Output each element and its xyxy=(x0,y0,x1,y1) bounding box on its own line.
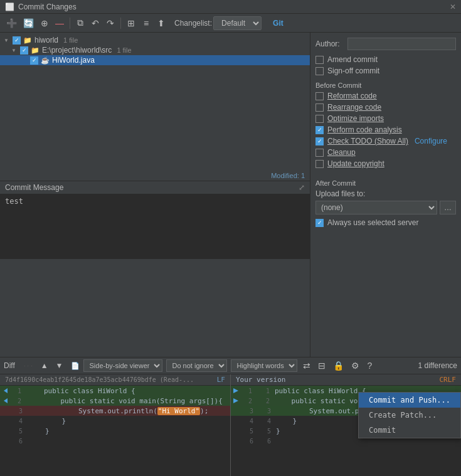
diff-right-header: Your version CRLF xyxy=(231,374,461,386)
reformat-checkbox[interactable] xyxy=(315,92,324,100)
title-bar: ⬜ Commit Changes ✕ xyxy=(0,0,461,14)
diff-viewer-icon: 📄 xyxy=(71,362,80,370)
tree-label-path: E:\project\hiworld\src xyxy=(42,46,112,55)
after-commit-label: After Commit xyxy=(315,179,456,187)
changelist-dropdown[interactable]: Default xyxy=(213,16,262,30)
upload-select[interactable]: (none) xyxy=(315,201,437,214)
always-use-server-label: Always use selected server xyxy=(327,218,418,227)
file-tree[interactable]: ▼ ✓ 📁 hiworld 1 file ▼ ✓ 📁 E:\project\hi… xyxy=(0,33,310,171)
toolbar-sort-btn[interactable]: ≡ xyxy=(139,16,153,31)
rearrange-checkbox[interactable] xyxy=(315,103,324,112)
diff-right-content-5: } xyxy=(276,427,280,435)
configure-link[interactable]: Configure xyxy=(415,137,447,145)
toolbar-diff-btn[interactable]: ⧉ xyxy=(73,16,87,31)
toolbar-redo-btn[interactable]: ↷ xyxy=(103,16,117,31)
diff-content: 7d4f1690c4eab1f2645de18a7e35acb44769bdfe… xyxy=(0,374,461,476)
tree-badge-hiworld: 1 file xyxy=(63,36,78,44)
tree-item-hiworld[interactable]: ▼ ✓ 📁 hiworld 1 file xyxy=(0,35,310,45)
context-menu-commit[interactable]: Commit xyxy=(359,423,460,438)
diff-header: Diff · · · ▲ ▼ 📄 Side-by-side viewer Do … xyxy=(0,357,461,374)
diff-left-num-6: 6 xyxy=(10,438,23,445)
copyright-checkbox[interactable] xyxy=(315,160,324,168)
checkbox-java[interactable]: ✓ xyxy=(30,56,38,65)
toolbar-group-btn[interactable]: ⊕ xyxy=(38,16,51,31)
author-input[interactable] xyxy=(347,38,456,50)
diff-left-path: 7d4f1690c4eab1f2645de18a7e35acb44769bdfe… xyxy=(5,376,194,383)
toolbar-add-btn[interactable]: ➕ xyxy=(4,16,19,31)
always-use-server-checkbox[interactable]: ✓ xyxy=(315,219,324,227)
amend-checkbox[interactable] xyxy=(315,56,324,64)
tab-git[interactable]: Git xyxy=(273,19,283,28)
diff-left-lines[interactable]: 1 public class HiWorld { 2 public static… xyxy=(0,386,230,476)
diff-right-rnum-6: 6 xyxy=(258,438,271,445)
expand-icon-path[interactable]: ▼ xyxy=(10,46,18,54)
cleanup-checkbox[interactable] xyxy=(315,149,324,157)
upload-row: (none) … xyxy=(315,201,456,214)
tree-item-hiworld-java[interactable]: ✓ ☕ HiWorld.java xyxy=(0,55,310,65)
tree-item-path[interactable]: ▼ ✓ 📁 E:\project\hiworld\src 1 file xyxy=(0,45,310,55)
diff-right-lnum-1: 1 xyxy=(240,388,252,394)
expand-icon-hiworld[interactable]: ▼ xyxy=(3,36,10,44)
amend-row: Amend commit xyxy=(315,55,456,64)
right-arrow-1 xyxy=(233,388,238,393)
diff-sync-btn[interactable]: ⇄ xyxy=(301,359,312,372)
diff-help-btn[interactable]: ? xyxy=(365,359,374,372)
context-menu-create-patch[interactable]: Create Patch... xyxy=(359,408,460,423)
diff-viewer-dropdown[interactable]: Side-by-side viewer xyxy=(83,359,162,372)
toolbar-undo-btn[interactable]: ↶ xyxy=(88,16,102,31)
toolbar-refresh-btn[interactable]: 🔄 xyxy=(21,16,36,31)
reformat-label: Reformat code xyxy=(327,92,377,100)
author-label: Author: xyxy=(315,40,344,48)
tree-badge-path: 1 file xyxy=(117,46,131,54)
analyze-checkbox[interactable]: ✓ xyxy=(315,126,324,134)
context-menu-commit-push[interactable]: Commit and Push... xyxy=(359,393,460,408)
todo-checkbox[interactable]: ✓ xyxy=(315,137,324,145)
diff-left-content-5: } xyxy=(45,427,50,435)
todo-row: ✓ Check TODO (Show All) Configure xyxy=(315,137,456,145)
diff-ignore-dropdown[interactable]: Do not ignore xyxy=(166,359,227,372)
diff-settings-btn[interactable]: ⚙ xyxy=(349,359,361,372)
right-panel: Author: Amend commit Sign-off commit Bef… xyxy=(310,33,461,357)
context-menu: Commit and Push... Create Patch... Commi… xyxy=(358,392,461,438)
diff-highlight-dropdown[interactable]: Highlight words xyxy=(231,359,297,372)
diff-right-lnum-2: 2 xyxy=(240,398,252,405)
diff-right-rnum-4: 4 xyxy=(258,418,271,425)
diff-right-rnum-5: 5 xyxy=(258,428,271,435)
diff-collapse-btn[interactable]: ⊟ xyxy=(316,359,327,372)
diff-count: 1 difference xyxy=(418,361,458,370)
diff-right-lnum-3: 3 xyxy=(241,408,253,415)
diff-next-btn[interactable]: ▼ xyxy=(54,361,65,371)
before-commit-label: Before Commit xyxy=(315,82,456,89)
expand-icon-java xyxy=(20,56,28,64)
diff-prev-btn[interactable]: ▲ xyxy=(39,361,50,371)
modified-label: Modified: 1 xyxy=(271,172,305,179)
changelist-label: Changelist: xyxy=(174,19,212,28)
checkbox-path[interactable]: ✓ xyxy=(20,46,28,55)
toolbar-expand-btn[interactable]: ⊞ xyxy=(124,16,138,31)
diff-right-content-1: public class HiWorld { xyxy=(275,387,366,395)
toolbar-up-btn[interactable]: ⬆ xyxy=(154,16,168,31)
optimize-checkbox[interactable] xyxy=(315,115,324,123)
diff-right-pane: Your version CRLF 1 1 public class HiWor… xyxy=(231,374,461,476)
diff-lock-btn[interactable]: 🔒 xyxy=(331,359,346,372)
close-icon[interactable]: ✕ xyxy=(450,3,456,11)
diff-right-lnum-5: 5 xyxy=(241,428,253,435)
checkbox-hiworld[interactable]: ✓ xyxy=(13,36,21,45)
commit-message-header: Commit Message ⤢ xyxy=(0,181,310,194)
upload-extra-btn[interactable]: … xyxy=(440,201,456,214)
analyze-label: Perform code analysis xyxy=(327,125,402,134)
diff-left-line-4: 4 } xyxy=(0,416,230,426)
expand-commit-icon[interactable]: ⤢ xyxy=(299,183,305,192)
main-area: ▼ ✓ 📁 hiworld 1 file ▼ ✓ 📁 E:\project\hi… xyxy=(0,33,461,357)
toolbar-remove-btn[interactable]: — xyxy=(53,16,66,31)
left-panel: ▼ ✓ 📁 hiworld 1 file ▼ ✓ 📁 E:\project\hi… xyxy=(0,33,310,357)
signoff-checkbox[interactable] xyxy=(315,67,324,75)
commit-message-input[interactable]: test xyxy=(0,194,310,257)
cleanup-label: Cleanup xyxy=(327,148,356,157)
lf-badge: LF xyxy=(217,376,225,384)
commit-message-area: Commit Message ⤢ test HOW2J.CN xyxy=(0,181,310,259)
toolbar: ➕ 🔄 ⊕ — ⧉ ↶ ↷ ⊞ ≡ ⬆ Changelist: Default … xyxy=(0,14,461,33)
diff-dots: · · · xyxy=(24,362,33,369)
upload-files-label: Upload files to: xyxy=(315,189,456,198)
diff-left-line-2: 2 public static void main(String args[])… xyxy=(0,396,230,406)
